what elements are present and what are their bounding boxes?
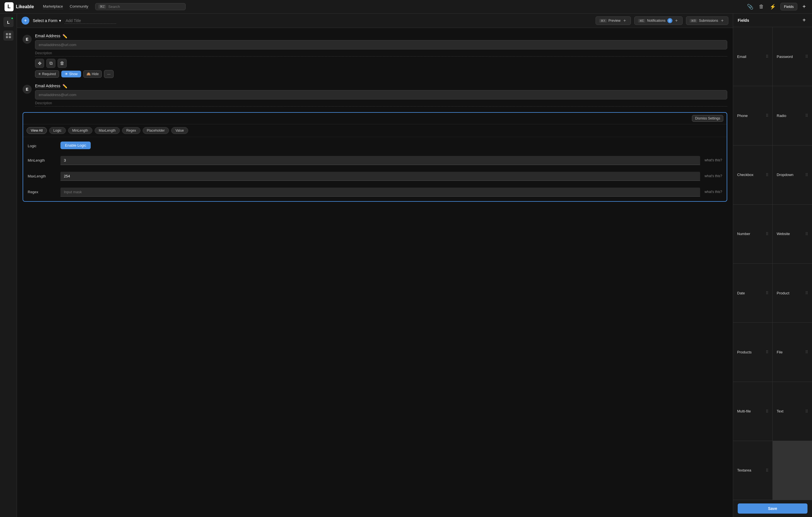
field-card-file[interactable]: File ⠿ <box>773 323 812 381</box>
drag-textarea-icon: ⠿ <box>766 468 768 472</box>
grid-view-button[interactable] <box>3 30 13 41</box>
drag-product-icon: ⠿ <box>805 291 808 295</box>
field-desc-2: Description <box>35 101 727 107</box>
save-bar: Save <box>733 500 812 517</box>
preview-add[interactable]: + <box>622 18 627 23</box>
add-field-button[interactable]: + <box>801 17 808 24</box>
regex-label: Regex <box>28 188 56 194</box>
logic-row: Logic Enable Logic <box>28 142 722 149</box>
drag-file-icon: ⠿ <box>805 350 808 354</box>
fields-button[interactable]: Fields <box>780 3 798 10</box>
copy-icon[interactable]: ⧉ <box>46 59 55 68</box>
field-card-date[interactable]: Date ⠿ <box>733 264 773 322</box>
dismiss-settings-button[interactable]: Dismiss Settings <box>692 115 723 122</box>
submissions-tab[interactable]: ⌘B Submissions + <box>686 17 728 25</box>
enable-logic-button[interactable]: Enable Logic <box>60 142 91 149</box>
field-card-textarea[interactable]: Textarea ⠿ <box>733 441 773 500</box>
maxlength-control <box>60 172 700 181</box>
notifications-add[interactable]: + <box>674 18 679 23</box>
field-card-radio[interactable]: Radio ⠿ <box>773 86 812 145</box>
settings-tab-logic[interactable]: Logic <box>49 127 66 134</box>
right-sidebar-title: Fields <box>738 18 749 23</box>
trash-icon[interactable]: 🗑 <box>758 3 765 11</box>
lightning-icon[interactable]: ⚡ <box>768 3 777 11</box>
field-letter-2: E <box>23 85 32 94</box>
field-label-row-1: Email Address ✏️ <box>35 34 727 38</box>
form-toolbar: + Select a Form ▾ ⌘X Preview + ⌘E Notifi… <box>17 13 733 28</box>
minlength-input[interactable] <box>60 156 700 165</box>
submissions-kbd: ⌘B <box>690 19 697 23</box>
notifications-badge: 0 <box>667 18 672 23</box>
maxlength-whats-this[interactable]: what's this? <box>705 172 722 178</box>
edit-field-2-icon[interactable]: ✏️ <box>62 84 67 88</box>
logic-label: Logic <box>28 142 56 148</box>
delete-icon[interactable]: 🗑 <box>58 59 67 68</box>
settings-tab-regex[interactable]: Regex <box>122 127 140 134</box>
field-label-row-2: Email Address ✏️ <box>35 84 727 88</box>
regex-row: Regex what's this? <box>28 188 722 197</box>
edit-field-1-icon[interactable]: ✏️ <box>62 34 67 38</box>
settings-tab-value[interactable]: Value <box>171 127 188 134</box>
required-button[interactable]: ✳ Required <box>35 70 59 78</box>
more-button[interactable]: ··· <box>104 70 114 78</box>
maxlength-input[interactable] <box>60 172 700 181</box>
settings-tab-minlength[interactable]: MinLength <box>68 127 92 134</box>
field-card-email[interactable]: Email ⠿ <box>733 27 773 86</box>
field-card-number[interactable]: Number ⠿ <box>733 204 773 263</box>
online-dot <box>11 17 13 20</box>
select-form-button[interactable]: Select a Form ▾ <box>33 18 61 23</box>
field-action-btns-1: ✳ Required 👁 Show 🙈 Hide ··· <box>35 70 727 78</box>
drag-checkbox-icon: ⠿ <box>766 173 768 177</box>
drag-password-icon: ⠿ <box>805 54 808 59</box>
new-form-button[interactable]: + <box>22 17 29 25</box>
notifications-tab[interactable]: ⌘E Notifications 0 + <box>634 17 683 25</box>
regex-whats-this[interactable]: what's this? <box>705 188 722 194</box>
show-button[interactable]: 👁 Show <box>61 70 81 78</box>
drag-number-icon: ⠿ <box>766 232 768 236</box>
clip-icon[interactable]: 📎 <box>746 3 754 11</box>
add-top-button[interactable]: + <box>801 3 808 10</box>
preview-tab[interactable]: ⌘X Preview + <box>596 17 631 25</box>
field-card-password[interactable]: Password ⠿ <box>773 27 812 86</box>
community-link[interactable]: Community <box>70 4 88 9</box>
field-inner-1: Email Address ✏️ Description ✥ ⧉ 🗑 ✳ Req… <box>35 34 727 78</box>
user-avatar[interactable]: L <box>3 17 13 27</box>
field-card-multi-file[interactable]: Multi-file ⠿ <box>733 382 773 441</box>
field-input-2[interactable] <box>35 90 727 99</box>
save-button[interactable]: Save <box>738 504 808 514</box>
search-bar[interactable]: ⌘Z <box>95 3 185 10</box>
field-label-1: Email Address <box>35 34 60 38</box>
field-card-dropdown[interactable]: Dropdown ⠿ <box>773 145 812 204</box>
submissions-add[interactable]: + <box>720 18 725 23</box>
left-sidebar: L <box>0 13 17 517</box>
settings-tabs: View All Logic MinLength MaxLength Regex… <box>23 124 727 137</box>
fields-grid: Email ⠿ Password ⠿ Phone ⠿ Radio ⠿ Check… <box>733 27 812 500</box>
nav-icons: 📎 🗑 ⚡ Fields + <box>746 3 808 11</box>
drag-radio-icon: ⠿ <box>805 113 808 118</box>
field-card-website[interactable]: Website ⠿ <box>773 204 812 263</box>
field-card-checkbox[interactable]: Checkbox ⠿ <box>733 145 773 204</box>
field-card-text[interactable]: Text ⠿ <box>773 382 812 441</box>
move-icon[interactable]: ✥ <box>35 59 44 68</box>
field-block-2: E Email Address ✏️ Description <box>23 84 727 107</box>
settings-tab-view-all[interactable]: View All <box>27 127 47 134</box>
settings-tab-maxlength[interactable]: MaxLength <box>95 127 120 134</box>
form-content: E Email Address ✏️ Description ✥ ⧉ 🗑 <box>17 28 733 517</box>
settings-tab-placeholder[interactable]: Placeholder <box>143 127 169 134</box>
add-title-input[interactable] <box>64 18 116 24</box>
minlength-label: MinLength <box>28 156 56 163</box>
field-card-products[interactable]: Products ⠿ <box>733 323 773 381</box>
hide-button[interactable]: 🙈 Hide <box>83 70 102 78</box>
field-card-phone[interactable]: Phone ⠿ <box>733 86 773 145</box>
drag-text-icon: ⠿ <box>805 409 808 413</box>
drag-multi-file-icon: ⠿ <box>766 409 768 413</box>
regex-input[interactable] <box>60 188 700 197</box>
field-input-1[interactable] <box>35 40 727 50</box>
drag-date-icon: ⠿ <box>766 291 768 295</box>
search-input[interactable] <box>108 4 182 9</box>
field-card-product[interactable]: Product ⠿ <box>773 264 812 322</box>
marketplace-link[interactable]: Marketplace <box>43 4 63 9</box>
field-desc-1: Description <box>35 51 727 57</box>
minlength-whats-this[interactable]: what's this? <box>705 156 722 162</box>
field-block-1: E Email Address ✏️ Description ✥ ⧉ 🗑 <box>23 34 727 78</box>
